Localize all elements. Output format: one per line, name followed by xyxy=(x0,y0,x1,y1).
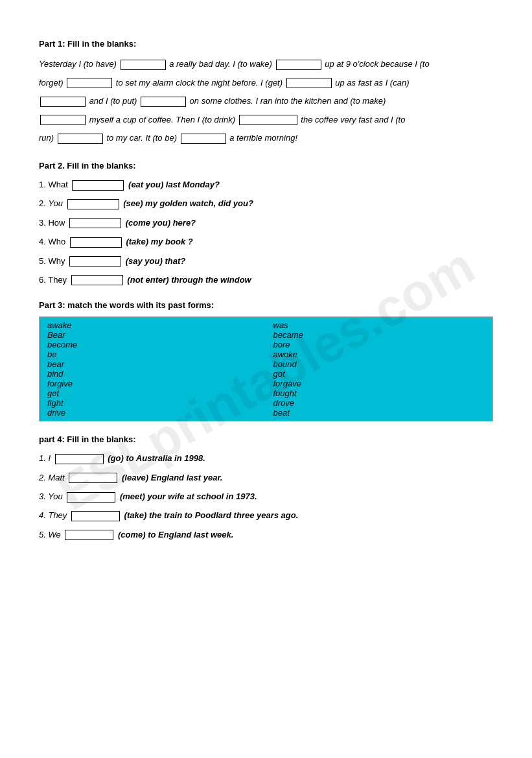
part4-blank-1[interactable] xyxy=(55,454,104,464)
part3-past-1: was xyxy=(273,320,485,330)
part1-blank-1[interactable] xyxy=(121,60,166,70)
part1-section: Part 1: Fill in the blanks: Yesterday I … xyxy=(39,39,493,148)
part2-blank-3[interactable] xyxy=(69,218,121,228)
part3-word-7: forgive xyxy=(47,379,259,388)
part2-item-1: 1. What (eat you) last Monday? xyxy=(39,177,493,192)
part3-word-5: bear xyxy=(47,359,259,369)
part1-blank-2[interactable] xyxy=(276,60,321,70)
part4-item-2: 2. Matt (leave) England last year. xyxy=(39,470,493,485)
part3-past-6: got xyxy=(273,369,485,379)
part2-blank-2[interactable] xyxy=(67,199,119,209)
part4-blank-2[interactable] xyxy=(69,473,117,483)
part1-text-5: to set my alarm clock the night before. … xyxy=(116,78,283,88)
part2-item-5: 5. Why (say you) that? xyxy=(39,254,493,268)
part1-blank-4[interactable] xyxy=(286,78,332,88)
part3-title: Part 3: match the words with its past fo… xyxy=(39,300,493,310)
part1-text-8: on some clothes. I ran into the kitchen … xyxy=(190,96,386,106)
part2-item-3: 3. How (come you) here? xyxy=(39,215,493,230)
part3-past-4: awoke xyxy=(273,349,485,359)
part1-text-4: forget) xyxy=(39,78,64,88)
part3-past-10: beat xyxy=(273,408,485,418)
part3-word-1: awake xyxy=(47,320,259,330)
part4-item-4: 4. They (take) the train to Poodlard thr… xyxy=(39,508,493,523)
part1-text-9: myself a cup of coffee. Then I (to drink… xyxy=(89,115,235,124)
part1-text-2: a really bad day. I (to wake) xyxy=(169,59,272,69)
part1-text-3: up at 9 o'clock because I (to xyxy=(325,59,429,69)
part1-blank-7[interactable] xyxy=(40,115,86,125)
part3-past-7: forgave xyxy=(273,379,485,388)
part4-list: 1. I (go) to Australia in 1998. 2. Matt … xyxy=(39,451,493,542)
part2-item-2: 2. You (see) my golden watch, did you? xyxy=(39,196,493,211)
part3-word-9: fight xyxy=(47,398,259,408)
part1-blank-5[interactable] xyxy=(40,97,86,107)
part2-list: 1. What (eat you) last Monday? 2. You (s… xyxy=(39,177,493,287)
part2-blank-4[interactable] xyxy=(70,237,122,248)
part1-text-10: the coffee very fast and I (to xyxy=(301,115,405,124)
part1-text-13: a terrible morning! xyxy=(229,133,297,143)
part3-past-3: bore xyxy=(273,340,485,349)
part3-word-6: bind xyxy=(47,369,259,379)
part1-blank-10[interactable] xyxy=(181,134,226,144)
part4-blank-4[interactable] xyxy=(71,511,120,521)
part3-section: Part 3: match the words with its past fo… xyxy=(39,300,493,421)
part4-blank-5[interactable] xyxy=(65,530,113,540)
part3-past-8: fought xyxy=(273,388,485,398)
part1-blank-9[interactable] xyxy=(58,134,103,144)
part1-title: Part 1: Fill in the blanks: xyxy=(39,39,493,49)
part3-right-col: was became bore awoke bound got forgave … xyxy=(267,318,492,420)
part1-body: Yesterday I (to have) a really bad day. … xyxy=(39,55,493,148)
part1-text-12: to my car. It (to be) xyxy=(106,133,177,143)
part1-text-7: and I (to put) xyxy=(89,96,137,106)
part3-word-2: Bear xyxy=(47,330,259,340)
part4-section: part 4: Fill in the blanks: 1. I (go) to… xyxy=(39,434,493,542)
part3-word-10: drive xyxy=(47,408,259,418)
part2-blank-6[interactable] xyxy=(71,275,123,285)
part2-title: Part 2. Fill in the blanks: xyxy=(39,161,493,171)
part1-blank-8[interactable] xyxy=(239,115,297,125)
part3-word-4: be xyxy=(47,349,259,359)
part1-text-11: run) xyxy=(39,133,54,143)
part3-word-3: become xyxy=(47,340,259,349)
part1-blank-3[interactable] xyxy=(67,78,112,88)
part3-past-2: became xyxy=(273,330,485,340)
part3-past-9: drove xyxy=(273,398,485,408)
part3-past-5: bound xyxy=(273,359,485,369)
part3-left-col: awake Bear become be bear bind forgive g… xyxy=(41,318,266,420)
part1-text-6: up as fast as I (can) xyxy=(335,78,409,88)
part4-item-5: 5. We (come) to England last week. xyxy=(39,527,493,542)
part4-item-3: 3. You (meet) your wife at school in 197… xyxy=(39,489,493,504)
part3-table: awake Bear become be bear bind forgive g… xyxy=(39,316,493,421)
part2-item-4: 4. Who (take) my book ? xyxy=(39,234,493,249)
part2-item-6: 6. They (not enter) through the window xyxy=(39,272,493,287)
part2-blank-5[interactable] xyxy=(69,256,121,266)
part4-title: part 4: Fill in the blanks: xyxy=(39,434,493,444)
part4-item-1: 1. I (go) to Australia in 1998. xyxy=(39,451,493,466)
part1-blank-6[interactable] xyxy=(141,97,186,107)
part2-section: Part 2. Fill in the blanks: 1. What (eat… xyxy=(39,161,493,287)
part2-blank-1[interactable] xyxy=(72,180,124,191)
part1-text-1: Yesterday I (to have) xyxy=(39,59,117,69)
part3-word-8: get xyxy=(47,388,259,398)
part4-blank-3[interactable] xyxy=(67,492,115,503)
